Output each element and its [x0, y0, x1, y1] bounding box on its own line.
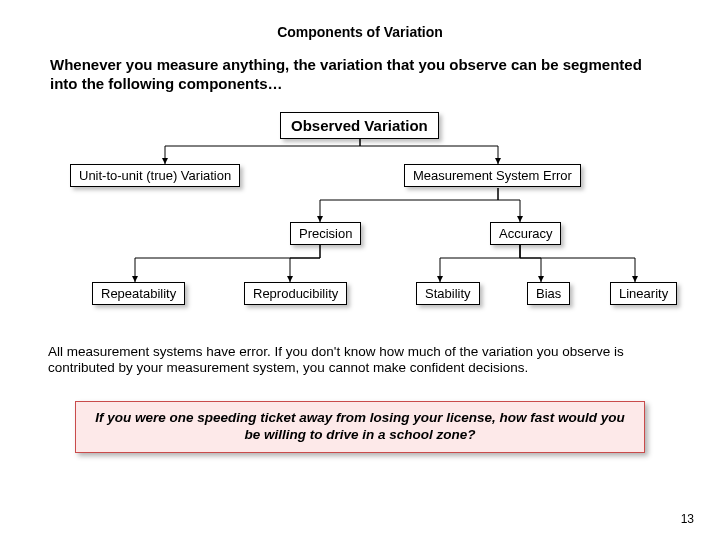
- callout-box: If you were one speeding ticket away fro…: [75, 401, 645, 453]
- node-reproducibility: Reproducibility: [244, 282, 347, 305]
- node-accuracy: Accuracy: [490, 222, 561, 245]
- node-unit-variation: Unit-to-unit (true) Variation: [70, 164, 240, 187]
- body-paragraph: All measurement systems have error. If y…: [0, 334, 720, 378]
- page-title: Components of Variation: [0, 0, 720, 40]
- intro-text: Whenever you measure anything, the varia…: [0, 40, 720, 94]
- node-linearity: Linearity: [610, 282, 677, 305]
- variation-diagram: Observed Variation Unit-to-unit (true) V…: [0, 104, 720, 334]
- node-repeatability: Repeatability: [92, 282, 185, 305]
- node-stability: Stability: [416, 282, 480, 305]
- node-observed-variation: Observed Variation: [280, 112, 439, 139]
- page-number: 13: [681, 512, 694, 526]
- node-bias: Bias: [527, 282, 570, 305]
- node-measurement-system-error: Measurement System Error: [404, 164, 581, 187]
- node-precision: Precision: [290, 222, 361, 245]
